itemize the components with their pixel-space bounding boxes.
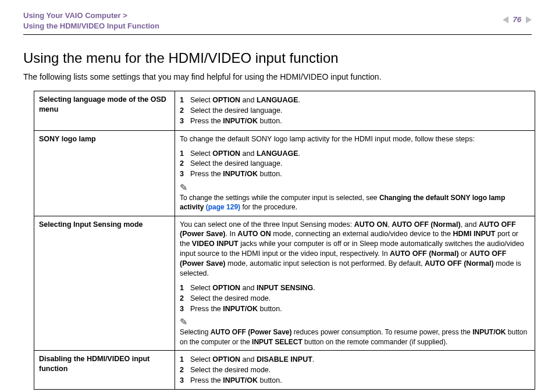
step-text: Select the desired language. bbox=[190, 106, 282, 116]
row-label: Selecting language mode of the OSD menu bbox=[34, 91, 175, 131]
step-text: Press the INPUT/OK button. bbox=[190, 169, 282, 179]
settings-table: Selecting language mode of the OSD menu … bbox=[34, 91, 535, 390]
step-text: Select OPTION and INPUT SENSING. bbox=[190, 283, 315, 293]
note-text: To change the settings while the compute… bbox=[180, 193, 530, 212]
table-row: SONY logo lamp To change the default SON… bbox=[34, 130, 535, 216]
page-title: Using the menu for the HDMI/VIDEO input … bbox=[23, 50, 532, 66]
row-paragraph: To change the default SONY logo lamp act… bbox=[180, 134, 530, 144]
step-number: 1 bbox=[180, 283, 187, 293]
row-label: Disabling the HDMI/VIDEO input function bbox=[34, 350, 175, 390]
row-content: 1 Select OPTION and DISABLE INPUT. 2 Sel… bbox=[175, 350, 535, 390]
table-row: Selecting Input Sensing mode You can sel… bbox=[34, 216, 535, 350]
step-number: 2 bbox=[180, 106, 187, 116]
step-text: Select OPTION and LANGUAGE. bbox=[190, 149, 300, 159]
breadcrumb-line-1: Using Your VAIO Computer > bbox=[23, 10, 159, 21]
prev-page-icon[interactable] bbox=[503, 16, 508, 23]
row-content: You can select one of the three Input Se… bbox=[175, 216, 535, 350]
page-link[interactable]: (page 129) bbox=[206, 203, 240, 211]
pencil-icon: ✎ bbox=[180, 318, 187, 327]
step-number: 2 bbox=[180, 294, 187, 304]
step-text: Press the INPUT/OK button. bbox=[190, 116, 282, 126]
intro-text: The following lists some settings that y… bbox=[23, 72, 532, 81]
step-number: 3 bbox=[180, 376, 187, 386]
row-content: To change the default SONY logo lamp act… bbox=[175, 130, 535, 216]
table-row: Selecting language mode of the OSD menu … bbox=[34, 91, 535, 131]
pencil-icon: ✎ bbox=[180, 183, 187, 193]
step-number: 1 bbox=[180, 95, 187, 105]
page-nav: 76 bbox=[503, 10, 532, 24]
step-text: Press the INPUT/OK button. bbox=[190, 304, 282, 314]
note: ✎ bbox=[180, 318, 530, 327]
breadcrumb: Using Your VAIO Computer > Using the HDM… bbox=[23, 10, 159, 31]
row-label: SONY logo lamp bbox=[34, 130, 175, 216]
next-page-icon[interactable] bbox=[526, 16, 532, 23]
row-paragraph: You can select one of the three Input Se… bbox=[180, 220, 530, 279]
step-number: 2 bbox=[180, 365, 187, 375]
row-label: Selecting Input Sensing mode bbox=[34, 216, 175, 350]
step-number: 3 bbox=[180, 169, 187, 179]
page-number: 76 bbox=[513, 15, 521, 24]
step-number: 1 bbox=[180, 355, 187, 365]
step-text: Press the INPUT/OK button. bbox=[190, 376, 282, 386]
note-text: Selecting AUTO OFF (Power Save) reduces … bbox=[180, 327, 530, 346]
step-number: 3 bbox=[180, 304, 187, 314]
step-number: 2 bbox=[180, 159, 187, 169]
step-text: Select the desired language. bbox=[190, 159, 282, 169]
step-text: Select OPTION and DISABLE INPUT. bbox=[190, 355, 314, 365]
breadcrumb-line-2: Using the HDMI/VIDEO Input Function bbox=[23, 21, 159, 31]
step-number: 1 bbox=[180, 149, 187, 159]
step-text: Select the desired mode. bbox=[190, 365, 271, 375]
header-bar: Using Your VAIO Computer > Using the HDM… bbox=[23, 10, 532, 35]
row-content: 1 Select OPTION and LANGUAGE. 2 Select t… bbox=[175, 91, 535, 131]
table-row: Disabling the HDMI/VIDEO input function … bbox=[34, 350, 535, 390]
step-text: Select OPTION and LANGUAGE. bbox=[190, 95, 300, 105]
document-page: Using Your VAIO Computer > Using the HDM… bbox=[0, 0, 555, 392]
step-text: Select the desired mode. bbox=[190, 294, 271, 304]
step-number: 3 bbox=[180, 116, 187, 126]
note: ✎ bbox=[180, 184, 530, 193]
